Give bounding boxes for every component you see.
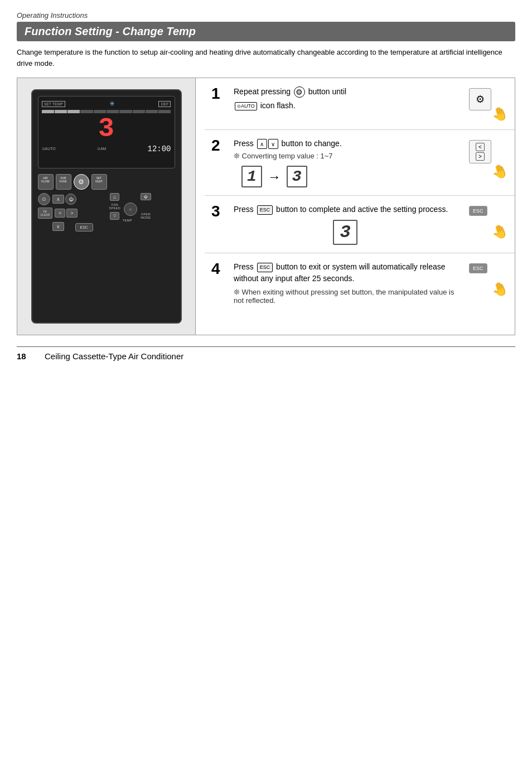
device-illustration: SET TEMP ✳ DEF 3 — [31, 89, 182, 324]
device-screen: SET TEMP ✳ DEF 3 — [38, 96, 175, 168]
power-top-btn[interactable]: ⏻ — [141, 193, 151, 200]
main-content: SET TEMP ✳ DEF 3 — [17, 78, 515, 335]
center-circle-btn[interactable]: ○ — [124, 203, 137, 216]
step-3-text-part1: Press — [234, 205, 254, 214]
fan-speed-label: FANSPEED — [109, 203, 120, 210]
left-arrow-btn[interactable]: < — [55, 209, 65, 218]
esc-icon-inline-4: ESC — [257, 263, 273, 273]
screen-time: 12:00 — [147, 144, 171, 153]
step2-nav-box: < > — [469, 140, 491, 163]
step-3-content: Press ESC button to complete and active … — [234, 204, 457, 245]
step-2-row: 2 Press ∧ ∨ button to change. ❊ Converti… — [205, 130, 515, 196]
intro-text: Change temperature is the function to se… — [17, 47, 515, 69]
step-2-content: Press ∧ ∨ button to change. ❊ Converting… — [234, 138, 457, 187]
up-arrow-btn[interactable]: ∧ — [52, 195, 64, 204]
step-3-row: 3 Press ESC button to complete and activ… — [205, 196, 515, 253]
step-4-text-part1: Press — [234, 262, 254, 271]
step-4-sub1-text: ❊ When exiting without pressing set butt… — [234, 288, 454, 305]
power-btn[interactable]: ⏻ — [65, 194, 76, 205]
step-1-auto-row: ⊙AUTO icon flash. — [234, 100, 457, 112]
step1-gear-icon: ⚙ — [476, 93, 485, 105]
screen-auto-icon: ⊙AUTO — [42, 147, 56, 151]
auto-icon-inline: ⊙AUTO — [235, 102, 257, 111]
step-2-sub-text: ❊ Converting temp value : 1~7 — [234, 152, 333, 160]
section-title-bar: Function Setting - Change Temp — [17, 22, 515, 41]
snowflake-icon: ✳ — [109, 100, 115, 108]
step-3-number: 3 — [211, 204, 227, 219]
device-panel: SET TEMP ✳ DEF 3 — [17, 78, 196, 335]
esc-btn[interactable]: ESC — [75, 223, 93, 232]
step-1-number: 1 — [211, 86, 227, 102]
screen-number: 3 — [42, 115, 171, 142]
step-3-text-part2: button to complete and active the settin… — [276, 205, 448, 214]
device-controls: AIR FLOW SUB FUNC ⚙ SETVENT — [38, 174, 175, 317]
step-2-num-display: 1 → 3 — [239, 166, 457, 187]
ok-clear-btn[interactable]: OKCLEAR — [38, 208, 53, 219]
screen-set-temp-label: SET TEMP — [42, 101, 66, 107]
airflow-btn[interactable]: AIR FLOW — [38, 174, 54, 190]
step-1-text-part1: Repeat pressing — [234, 87, 291, 96]
step-4-image: ESC 🤚 — [463, 261, 508, 297]
hand-cursor-3-icon: 🤚 — [489, 221, 510, 242]
section-title: Function Setting - Change Temp — [25, 25, 196, 37]
step-2-sub: ❊ Converting temp value : 1~7 — [234, 152, 457, 160]
step-1-text-part3: icon flash. — [260, 101, 296, 110]
step-4-text: Press ESC button to exit or system will … — [234, 261, 457, 285]
auto-label: AUTO — [241, 103, 255, 110]
right-arrow-btn[interactable]: > — [66, 209, 77, 218]
header-label: Operating Instructions — [17, 11, 88, 20]
step-4-row: 4 Press ESC button to exit or system wil… — [205, 253, 515, 312]
step-1-row: 1 Repeat pressing ⚙ button until ⊙AUTO i… — [205, 78, 515, 130]
subfunc-btn[interactable]: SUB FUNC — [56, 174, 71, 190]
step-1-text: Repeat pressing ⚙ button until — [234, 86, 457, 98]
arrow-symbol: → — [268, 169, 281, 185]
instructions-panel: 1 Repeat pressing ⚙ button until ⊙AUTO i… — [205, 78, 515, 335]
hand-cursor-4-icon: 🤚 — [489, 279, 510, 300]
step-4-content: Press ESC button to exit or system will … — [234, 261, 457, 305]
esc-box-3: ESC — [469, 206, 487, 216]
step-2-text: Press ∧ ∨ button to change. — [234, 138, 457, 150]
step-4-sub: ❊ When exiting without pressing set butt… — [234, 288, 457, 305]
screen-def-label: DEF — [158, 101, 171, 107]
step-2-image: < > 🤚 — [463, 138, 508, 179]
footer-page-number: 18 — [17, 351, 33, 361]
gear-icon: ⚙ — [78, 178, 84, 186]
step-3-text: Press ESC button to complete and active … — [234, 204, 457, 215]
screen-am-label: ⊙AM — [97, 147, 107, 151]
up-down-btns-inline: ∧ ∨ — [257, 139, 278, 149]
esc-box-4: ESC — [469, 263, 487, 273]
hand-cursor-icon: 🤚 — [489, 104, 510, 124]
fan-up-btn[interactable]: △ — [110, 193, 119, 201]
down-arrow-btn[interactable]: ∨ — [52, 222, 64, 231]
step-2-text-part1: Press — [234, 139, 254, 148]
step-1-text-part2: button until — [308, 87, 347, 96]
page-header: Operating Instructions — [17, 11, 515, 20]
step-2-text-part2: button to change. — [282, 139, 342, 148]
temp-label: TEMP — [104, 219, 151, 222]
from-value: 1 — [241, 166, 262, 187]
gear-btn[interactable]: ⚙ — [74, 174, 89, 190]
step-4-number: 4 — [211, 261, 227, 277]
step-3-display: 3 — [234, 220, 457, 245]
page-footer: 18 Ceiling Cassette-Type Air Conditioner — [17, 346, 515, 361]
intro-content: Change temperature is the function to se… — [17, 48, 502, 68]
step-1-content: Repeat pressing ⚙ button until ⊙AUTO ico… — [234, 86, 457, 114]
setvent-btn[interactable]: SETVENT — [91, 174, 107, 190]
step-2-number: 2 — [211, 138, 227, 153]
hand-cursor-2-icon: 🤚 — [489, 161, 510, 182]
step-1-image: ⚙ 🤚 — [463, 86, 508, 122]
esc-icon-inline-3: ESC — [257, 205, 273, 215]
clock-btn[interactable]: ⊙ — [38, 193, 50, 205]
step-3-image: ESC 🤚 — [463, 204, 508, 239]
step3-num: 3 — [333, 220, 357, 245]
gear-icon-inline: ⚙ — [294, 86, 305, 98]
footer-title: Ceiling Cassette-Type Air Conditioner — [45, 351, 183, 361]
step1-gear-box: ⚙ — [469, 88, 491, 110]
to-value: 3 — [287, 166, 307, 187]
